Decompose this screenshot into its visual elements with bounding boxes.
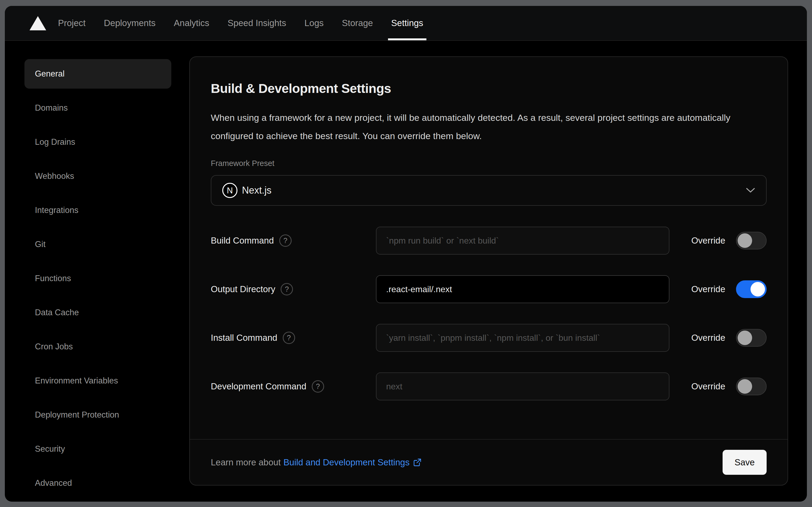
override-col: Override: [691, 378, 767, 395]
active-tab-underline: [388, 39, 426, 40]
nav-tabs: ProjectDeploymentsAnalyticsSpeed Insight…: [58, 6, 423, 40]
override-col: Override: [691, 280, 767, 298]
field-label-col: Output Directory?: [211, 283, 376, 295]
toggle-knob: [738, 233, 752, 248]
build-settings-rows: Build Command?OverrideOutput Directory?O…: [211, 227, 767, 400]
build-settings-card: Build & Development Settings When using …: [189, 56, 788, 486]
sidebar-item-data-cache[interactable]: Data Cache: [24, 298, 171, 327]
field-label: Install Command: [211, 333, 277, 343]
tab-label: Settings: [391, 18, 423, 28]
svg-text:N: N: [227, 186, 233, 195]
learn-more-text: Learn more about Build and Development S…: [211, 457, 422, 467]
page-description: When using a framework for a new project…: [211, 109, 752, 145]
sidebar-item-webhooks[interactable]: Webhooks: [24, 161, 171, 191]
framework-preset-select[interactable]: N Next.js: [211, 175, 767, 206]
override-col: Override: [691, 232, 767, 249]
toggle-knob: [751, 282, 765, 296]
vercel-logo[interactable]: [30, 6, 46, 40]
override-toggle-development-command[interactable]: [736, 378, 767, 395]
input-output-directory[interactable]: [376, 275, 670, 303]
build-settings-doc-link[interactable]: Build and Development Settings: [284, 457, 410, 467]
tab-label: Storage: [342, 18, 373, 28]
sidebar-item-git[interactable]: Git: [24, 230, 171, 259]
input-development-command[interactable]: [376, 373, 670, 400]
settings-sidebar: GeneralDomainsLog DrainsWebhooksIntegrat…: [24, 41, 171, 502]
input-install-command[interactable]: [376, 324, 670, 352]
tab-deployments[interactable]: Deployments: [104, 6, 156, 40]
framework-preset-value: Next.js: [242, 185, 272, 196]
tab-settings[interactable]: Settings: [391, 6, 423, 40]
toggle-knob: [738, 379, 752, 394]
override-toggle-install-command[interactable]: [736, 329, 767, 347]
override-label: Override: [691, 333, 725, 343]
learn-more-prefix: Learn more about: [211, 457, 281, 467]
tab-label: Logs: [304, 18, 324, 28]
override-toggle-output-directory[interactable]: [736, 280, 767, 298]
save-button[interactable]: Save: [722, 450, 767, 475]
sidebar-item-log-drains[interactable]: Log Drains: [24, 127, 171, 157]
override-label: Override: [691, 284, 725, 294]
external-link-icon: [413, 458, 422, 467]
sidebar-item-cron-jobs[interactable]: Cron Jobs: [24, 332, 171, 361]
override-col: Override: [691, 329, 767, 347]
form-row-build-command: Build Command?Override: [211, 227, 767, 255]
tab-label: Analytics: [174, 18, 209, 28]
tab-label: Speed Insights: [227, 18, 286, 28]
form-row-output-directory: Output Directory?Override: [211, 275, 767, 303]
input-build-command[interactable]: [376, 227, 670, 255]
card-footer: Learn more about Build and Development S…: [190, 439, 788, 485]
tab-speed-insights[interactable]: Speed Insights: [227, 6, 286, 40]
card-body: Build & Development Settings When using …: [190, 57, 788, 439]
override-label: Override: [691, 381, 725, 392]
tab-logs[interactable]: Logs: [304, 6, 324, 40]
tab-label: Deployments: [104, 18, 156, 28]
page-title: Build & Development Settings: [211, 81, 767, 96]
sidebar-item-functions[interactable]: Functions: [24, 264, 171, 293]
help-question-icon[interactable]: ?: [281, 283, 293, 295]
sidebar-item-integrations[interactable]: Integrations: [24, 195, 171, 225]
framework-preset-label: Framework Preset: [211, 158, 767, 168]
content-area: GeneralDomainsLog DrainsWebhooksIntegrat…: [5, 41, 807, 502]
field-label-col: Install Command?: [211, 332, 376, 344]
vercel-triangle-icon: [30, 16, 46, 30]
sidebar-item-domains[interactable]: Domains: [24, 93, 171, 123]
help-question-icon[interactable]: ?: [283, 332, 295, 344]
nextjs-logo-icon: N: [222, 183, 238, 198]
field-label-col: Development Command?: [211, 380, 376, 393]
help-question-icon[interactable]: ?: [312, 380, 324, 393]
toggle-knob: [738, 331, 752, 345]
app-window: ProjectDeploymentsAnalyticsSpeed Insight…: [5, 6, 807, 502]
sidebar-item-general[interactable]: General: [24, 59, 171, 89]
override-toggle-build-command[interactable]: [736, 232, 767, 249]
field-label: Build Command: [211, 235, 274, 246]
sidebar-item-environment-variables[interactable]: Environment Variables: [24, 366, 171, 396]
help-question-icon[interactable]: ?: [279, 234, 292, 247]
form-row-development-command: Development Command?Override: [211, 373, 767, 400]
sidebar-item-security[interactable]: Security: [24, 434, 171, 464]
top-nav: ProjectDeploymentsAnalyticsSpeed Insight…: [5, 6, 807, 41]
tab-storage[interactable]: Storage: [342, 6, 373, 40]
tab-project[interactable]: Project: [58, 6, 85, 40]
sidebar-item-advanced[interactable]: Advanced: [24, 468, 171, 498]
override-label: Override: [691, 235, 725, 246]
field-label-col: Build Command?: [211, 234, 376, 247]
field-label: Output Directory: [211, 284, 275, 294]
tab-analytics[interactable]: Analytics: [174, 6, 209, 40]
tab-label: Project: [58, 18, 85, 28]
field-label: Development Command: [211, 381, 306, 392]
chevron-down-icon: [746, 187, 755, 193]
sidebar-item-deployment-protection[interactable]: Deployment Protection: [24, 400, 171, 430]
form-row-install-command: Install Command?Override: [211, 324, 767, 352]
